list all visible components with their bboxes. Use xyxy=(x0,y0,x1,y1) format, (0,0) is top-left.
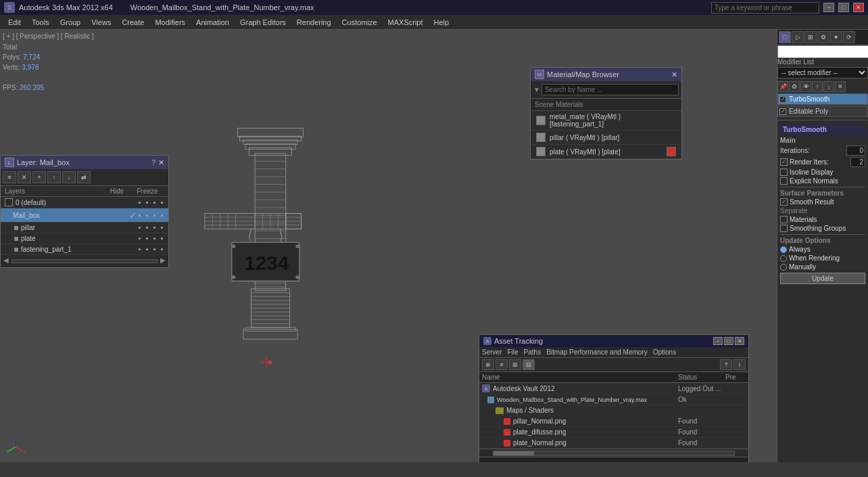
menu-group[interactable]: Group xyxy=(55,17,87,28)
menu-graph-editors[interactable]: Graph Editors xyxy=(235,17,291,28)
asset-tb-help[interactable]: ? xyxy=(720,359,732,370)
asset-scrollbar-thumb[interactable] xyxy=(493,451,534,455)
asset-row-pillar-normal[interactable]: pillar_Normal.png Found xyxy=(479,416,748,427)
layer-tb-btn-5[interactable]: ⇄ xyxy=(77,171,91,183)
layer-tb-btn-2[interactable]: + xyxy=(32,171,46,183)
mod-stack-btn-up[interactable]: ↑ xyxy=(812,81,823,92)
material-browser-panel: M Material/Map Browser ✕ ▼ Scene Materia… xyxy=(530,67,682,160)
menu-help[interactable]: Help xyxy=(429,17,455,28)
asset-tb-0[interactable]: ⊕ xyxy=(482,359,494,370)
asset-tb-info[interactable]: i xyxy=(733,359,746,370)
asset-menu-options[interactable]: Options xyxy=(653,348,676,356)
layer-item-plate[interactable]: plate xyxy=(1,233,168,244)
menu-customize[interactable]: Customize xyxy=(337,17,383,28)
asset-row-vault[interactable]: A Autodesk Vault 2012 Logged Out ... xyxy=(479,383,748,394)
asset-tb-3[interactable]: ⊟ xyxy=(523,359,535,370)
ts-update-button[interactable]: Update xyxy=(780,273,865,284)
minimize-button[interactable]: − xyxy=(823,3,834,12)
asset-scrollbar-track[interactable] xyxy=(493,451,735,456)
asset-minimize-btn[interactable]: − xyxy=(713,337,723,345)
menu-tools[interactable]: Tools xyxy=(26,17,55,28)
asset-tb-1[interactable]: ≡ xyxy=(496,359,508,370)
mod-stack-btn-del[interactable]: ✕ xyxy=(835,81,846,92)
mod-stack-btn-pin[interactable]: 📌 xyxy=(777,81,788,92)
asset-tb-2[interactable]: ⊞ xyxy=(509,359,521,370)
panel-icon-hierarchy[interactable]: ⊞ xyxy=(804,31,817,43)
layer-tb-btn-3[interactable]: ↑ xyxy=(47,171,61,183)
ts-renderiters-check[interactable] xyxy=(780,158,788,166)
asset-row-plate-normal[interactable]: plate_Normal.png Found xyxy=(479,438,748,449)
asset-menu-bitmap[interactable]: Bitmap Performance and Memory xyxy=(546,348,648,356)
close-button[interactable]: ✕ xyxy=(853,3,864,12)
layer-close-button[interactable]: ✕ xyxy=(158,158,164,167)
mat-swatch-1 xyxy=(536,133,546,142)
layer-item-fastening[interactable]: fastening_part_1 xyxy=(1,244,168,255)
asset-close-btn[interactable]: ✕ xyxy=(735,337,744,345)
maximize-button[interactable]: □ xyxy=(838,3,849,12)
ts-smoothing-groups-check[interactable] xyxy=(780,225,788,232)
asset-row-plate-difusse[interactable]: plate_difusse.png Found xyxy=(479,427,748,438)
modifier-entry-editablepoly[interactable]: Editable Poly xyxy=(777,106,868,117)
panel-icon-create[interactable]: ✦ xyxy=(830,31,842,43)
mat-item-1[interactable]: pillar ( VRayMtl ) [pillar] xyxy=(531,131,681,145)
menu-create[interactable]: Create xyxy=(116,17,149,28)
menu-modifiers[interactable]: Modifiers xyxy=(149,17,191,28)
ts-materials-check[interactable] xyxy=(780,216,788,223)
layer-tb-btn-4[interactable]: ↓ xyxy=(62,171,76,183)
panel-icon-motion[interactable]: ▷ xyxy=(792,31,804,43)
asset-vault-icon: A xyxy=(482,384,490,392)
modifier-editablepoly-checkbox[interactable] xyxy=(779,108,786,115)
asset-menu-server[interactable]: Server xyxy=(482,348,502,356)
panel-icon-modify[interactable]: ⟳ xyxy=(843,31,855,43)
modifier-turbosmooth-checkbox[interactable] xyxy=(779,96,786,103)
menu-views[interactable]: Views xyxy=(86,17,116,28)
material-browser-header[interactable]: M Material/Map Browser ✕ xyxy=(531,68,681,81)
ts-renderiters-input[interactable] xyxy=(850,157,865,167)
svg-text:Z: Z xyxy=(14,436,17,439)
asset-menu-file[interactable]: File xyxy=(507,348,518,356)
menu-maxscript[interactable]: MAXScript xyxy=(383,17,429,28)
layer-default-check[interactable] xyxy=(5,198,13,206)
mat-item-2[interactable]: plate ( VRayMtl ) [plate] xyxy=(531,145,681,159)
layer-scrollbar[interactable]: ◀ ▶ xyxy=(1,255,168,267)
modifier-list-dropdown[interactable]: -- select modifier -- xyxy=(777,67,868,78)
mat-swatch-2 xyxy=(536,147,546,156)
asset-row-maxfile[interactable]: Wooden_Mailbox_Stand_with_Plate_Number_v… xyxy=(479,394,748,405)
asset-maximize-btn[interactable]: □ xyxy=(724,337,733,345)
menu-edit[interactable]: Edit xyxy=(3,17,26,28)
ts-explicit-check[interactable] xyxy=(780,177,788,185)
mod-stack-btn-show[interactable]: 👁 xyxy=(800,81,811,92)
panel-icon-row-top: □ ▷ ⊞ ⚙ ✦ ⟳ xyxy=(777,30,868,45)
asset-titlebar[interactable]: A Asset Tracking − □ ✕ xyxy=(479,335,748,347)
layer-item-mailbox[interactable]: Mail_box ✓ xyxy=(1,208,168,223)
object-name-input[interactable]: pilar xyxy=(777,45,868,58)
mat-section-label: Scene Materials xyxy=(531,99,681,111)
layer-help-button[interactable]: ? xyxy=(151,158,155,166)
menu-animation[interactable]: Animation xyxy=(191,17,235,28)
help-search-input[interactable] xyxy=(711,2,819,14)
ts-manually-radio[interactable] xyxy=(780,264,787,271)
asset-menu-paths[interactable]: Paths xyxy=(524,348,541,356)
asset-scrollbar[interactable] xyxy=(479,449,748,457)
panel-icon-utilities[interactable]: ⚙ xyxy=(817,31,829,43)
modifier-entry-turbosmooth[interactable]: TurboSmooth xyxy=(777,93,868,105)
menu-rendering[interactable]: Rendering xyxy=(291,17,337,28)
asset-row-maps-folder[interactable]: Maps / Shaders xyxy=(479,405,748,416)
layer-tb-btn-0[interactable]: ≡ xyxy=(3,171,16,183)
layer-item-pillar[interactable]: pillar xyxy=(1,223,168,233)
viewport[interactable]: [ + ] [ Perspective ] [ Realistic ] Tota… xyxy=(0,30,777,462)
layer-panel-header[interactable]: L Layer: Mail_box ? ✕ xyxy=(1,156,168,169)
mat-search-input[interactable] xyxy=(541,84,679,95)
panel-icon-display[interactable]: □ xyxy=(779,31,791,43)
ts-smooth-result-check[interactable] xyxy=(780,198,788,206)
ts-iterations-input[interactable] xyxy=(846,145,865,156)
ts-whenrendering-radio[interactable] xyxy=(780,255,787,262)
ts-always-radio[interactable] xyxy=(780,246,787,253)
ts-isoline-check[interactable] xyxy=(780,168,788,176)
material-browser-close[interactable]: ✕ xyxy=(671,70,677,79)
layer-tb-btn-1[interactable]: ✕ xyxy=(18,171,31,183)
mod-stack-btn-config[interactable]: ⚙ xyxy=(789,81,800,92)
mat-item-0[interactable]: metal_mate ( VRayMtl ) [fastening_part_1… xyxy=(531,111,681,131)
layer-item-default[interactable]: 0 (default) xyxy=(1,197,168,208)
mod-stack-btn-down[interactable]: ↓ xyxy=(823,81,834,92)
